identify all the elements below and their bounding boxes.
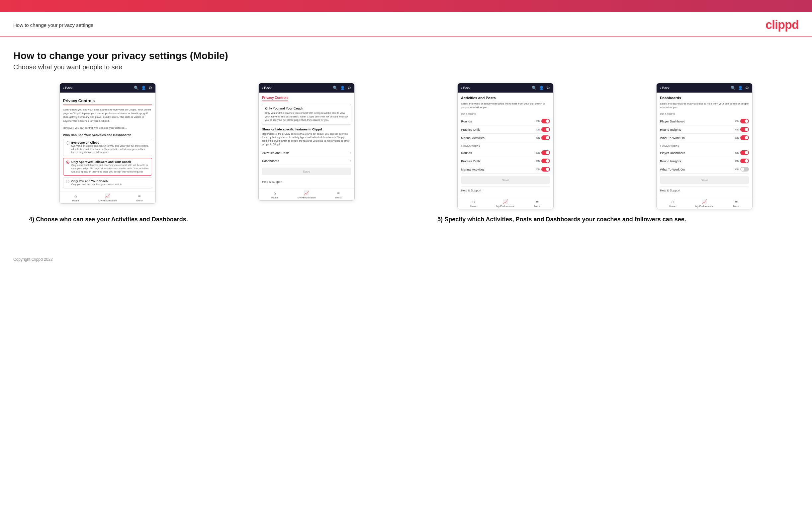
who-can-see-label: Who Can See Your Activities and Dashboar…: [63, 133, 152, 137]
search-icon-4[interactable]: 🔍: [731, 86, 735, 90]
toggle-player-dash-coach: Player Dashboard ON: [660, 117, 749, 125]
chart-icon-4: 📈: [702, 199, 707, 204]
menu-icon-2: ≡: [337, 190, 340, 195]
toggle-player-dash-follower: Player Dashboard ON: [660, 149, 749, 157]
phone-top-icons-2: 🔍 👤 ⚙: [333, 86, 351, 90]
person-icon[interactable]: 👤: [141, 86, 146, 90]
chevron-right-dashboards: ›: [350, 159, 351, 163]
footer: Copyright Clippd 2022: [0, 250, 812, 269]
toggle-switch-rounds-coach[interactable]: ON: [536, 119, 550, 123]
chevron-left-icon-4: ‹: [660, 86, 661, 90]
tab-home-1[interactable]: ⌂ Home: [60, 193, 92, 202]
list-item-dashboards[interactable]: Dashboards ›: [262, 157, 351, 165]
back-btn-4[interactable]: ‹ Back: [660, 86, 669, 90]
toggle-switch-round-insights-coach[interactable]: ON: [735, 127, 749, 132]
back-btn-3[interactable]: ‹ Back: [461, 86, 471, 90]
phone-top-4: ‹ Back 🔍 👤 ⚙: [657, 83, 752, 93]
search-icon[interactable]: 🔍: [134, 86, 139, 90]
toggle-manual-coach: Manual Activities ON: [461, 134, 550, 142]
toggle-round-insights-follower: Round Insights ON: [660, 157, 749, 165]
back-btn-1[interactable]: ‹ Back: [63, 86, 73, 90]
tab-bar-1: ⌂ Home 📈 My Performance ≡ Menu: [60, 191, 155, 204]
toggle-switch-what-to-work-follower[interactable]: ON: [735, 167, 749, 172]
header: How to change your privacy settings clip…: [0, 12, 812, 37]
page-heading: How to change your privacy settings (Mob…: [13, 50, 799, 61]
copyright-text: Copyright Clippd 2022: [13, 257, 53, 262]
tab-menu-1[interactable]: ≡ Menu: [123, 193, 155, 202]
search-icon-3[interactable]: 🔍: [532, 86, 537, 90]
tab-home-4[interactable]: ⌂ Home: [657, 199, 689, 208]
phone-top-icons-1: 🔍 👤 ⚙: [134, 86, 152, 90]
settings-icon-3[interactable]: ⚙: [546, 86, 550, 90]
toggle-switch-what-to-work-coach[interactable]: ON: [735, 135, 749, 140]
popup-desc-2: Only you and the coaches you connect wit…: [265, 111, 348, 122]
tab-performance-2[interactable]: 📈 My Performance: [291, 190, 322, 199]
home-icon-3: ⌂: [472, 199, 475, 204]
phone-body-2: Privacy Controls Only You and Your Coach…: [259, 93, 354, 185]
save-button-4[interactable]: Save: [660, 176, 749, 184]
home-icon-2: ⌂: [273, 190, 276, 195]
activities-posts-title: Activities and Posts: [461, 96, 550, 100]
tab-performance-3[interactable]: 📈 My Performance: [490, 199, 521, 208]
phone-body-1: Privacy Controls Control how you and you…: [60, 93, 155, 188]
back-btn-2[interactable]: ‹ Back: [262, 86, 272, 90]
save-button-2[interactable]: Save: [262, 168, 351, 175]
phone-mockup-1: ‹ Back 🔍 👤 ⚙ Privacy Controls Control ho…: [59, 83, 156, 204]
toggle-switch-manual-coach[interactable]: ON: [536, 135, 550, 140]
popup-box-2: Only You and Your Coach Only you and the…: [262, 104, 351, 125]
person-icon-4[interactable]: 👤: [738, 86, 743, 90]
radio-only-you[interactable]: Only You and Your Coach Only you and the…: [63, 177, 152, 188]
toggle-what-to-work-follower: What To Work On ON: [660, 165, 749, 174]
tab-home-2[interactable]: ⌂ Home: [259, 190, 291, 199]
phone-top-2: ‹ Back 🔍 👤 ⚙: [259, 83, 354, 93]
tab-menu-4[interactable]: ≡ Menu: [720, 199, 752, 208]
list-item-activities[interactable]: Activities and Posts ›: [262, 149, 351, 157]
coaches-label-4: COACHES: [660, 112, 749, 116]
tab-home-3[interactable]: ⌂ Home: [458, 199, 490, 208]
radio-text-only-you: Only You and Your Coach Only you and the…: [71, 179, 122, 186]
captions-row: 4) Choose who can see your Activities an…: [13, 215, 799, 224]
phone-top-icons-4: 🔍 👤 ⚙: [731, 86, 749, 90]
search-icon-2[interactable]: 🔍: [333, 86, 338, 90]
caption-left: 4) Choose who can see your Activities an…: [13, 215, 390, 224]
menu-icon-4: ≡: [735, 199, 738, 204]
tab-performance-1[interactable]: 📈 My Performance: [92, 193, 123, 202]
toggle-switch-player-dash-follower[interactable]: ON: [735, 150, 749, 155]
tab-bar-3: ⌂ Home 📈 My Performance ≡ Menu: [458, 197, 553, 209]
toggle-switch-drills-coach[interactable]: ON: [536, 127, 550, 132]
settings-icon-4[interactable]: ⚙: [745, 86, 749, 90]
radio-everyone[interactable]: Everyone on Clippd Everyone on Clippd ca…: [63, 139, 152, 156]
top-gradient-bar: [0, 0, 812, 12]
toggle-switch-player-dash-coach[interactable]: ON: [735, 119, 749, 123]
screens-row: ‹ Back 🔍 👤 ⚙ Privacy Controls Control ho…: [13, 83, 799, 209]
settings-icon[interactable]: ⚙: [148, 86, 152, 90]
chevron-left-icon: ‹: [63, 86, 64, 90]
toggle-switch-manual-follower[interactable]: ON: [536, 167, 550, 172]
tab-menu-2[interactable]: ≡ Menu: [322, 190, 354, 199]
screen-section-2: ‹ Back 🔍 👤 ⚙ Privacy Controls Only You a…: [212, 83, 401, 201]
caption-text-5: 5) Specify which Activities, Posts and D…: [438, 215, 799, 224]
tab-performance-4[interactable]: 📈 My Performance: [689, 199, 720, 208]
screen-section-4: ‹ Back 🔍 👤 ⚙ Dashboards Select the dashb…: [610, 83, 799, 209]
toggle-what-to-work-coach: What To Work On ON: [660, 134, 749, 142]
caption-right: 5) Specify which Activities, Posts and D…: [422, 215, 799, 224]
dashboards-desc: Select the dashboards that you'd like to…: [660, 102, 749, 109]
radio-circle-approved: [66, 161, 69, 164]
save-button-3[interactable]: Save: [461, 176, 550, 184]
show-hide-desc-2: Regardless of the privacy controls that …: [262, 132, 351, 146]
toggle-rounds-coach: Rounds ON: [461, 117, 550, 125]
toggle-switch-round-insights-follower[interactable]: ON: [735, 159, 749, 163]
settings-icon-2[interactable]: ⚙: [347, 86, 351, 90]
chart-icon-1: 📈: [105, 193, 110, 199]
logo: clippd: [765, 18, 799, 32]
person-icon-2[interactable]: 👤: [340, 86, 345, 90]
privacy-controls-tab-2[interactable]: Privacy Controls: [262, 96, 288, 101]
tab-menu-3[interactable]: ≡ Menu: [521, 199, 553, 208]
person-icon-3[interactable]: 👤: [539, 86, 544, 90]
phone-mockup-2: ‹ Back 🔍 👤 ⚙ Privacy Controls Only You a…: [258, 83, 355, 201]
toggle-switch-rounds-follower[interactable]: ON: [536, 150, 550, 155]
radio-approved[interactable]: Only Approved Followers and Your Coach O…: [63, 158, 152, 175]
page-subheading: Choose what you want people to see: [13, 63, 799, 71]
privacy-desc-1: Control how you and your data appears to…: [63, 108, 152, 123]
toggle-switch-drills-follower[interactable]: ON: [536, 159, 550, 163]
